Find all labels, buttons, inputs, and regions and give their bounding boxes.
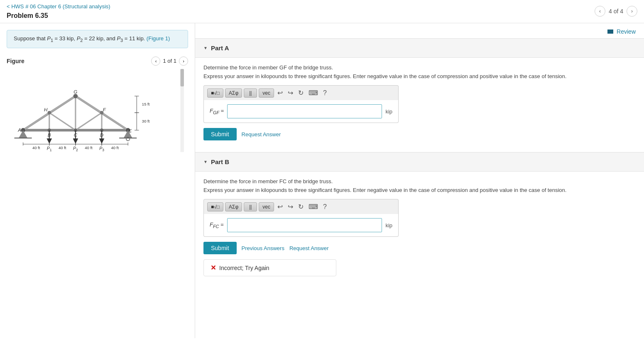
- part-b-vec-btn[interactable]: vec: [259, 202, 274, 211]
- part-b-description: Determine the force in member FC of the …: [203, 178, 636, 184]
- part-b-keyboard-btn[interactable]: ⌨: [307, 202, 320, 211]
- part-b-content: Determine the force in member FC of the …: [195, 172, 644, 285]
- part-b-sqrt-btn[interactable]: ■√□: [207, 202, 223, 211]
- part-b-answer-input[interactable]: [227, 218, 382, 232]
- review-label: Review: [617, 28, 636, 35]
- incorrect-text: Incorrect; Try Again: [219, 265, 269, 271]
- part-b-previous-answers-link[interactable]: Previous Answers: [242, 245, 284, 251]
- part-b-section: ▼ Part B Determine the force in member F…: [195, 152, 644, 285]
- figure-section: Figure ‹ 1 of 1 ›: [7, 57, 188, 160]
- incorrect-message-box: ✕ Incorrect; Try Again: [203, 259, 336, 276]
- part-a-header[interactable]: ▼ Part A: [195, 39, 644, 58]
- svg-text:P2: P2: [73, 145, 78, 152]
- figure-prev-btn[interactable]: ‹: [151, 57, 160, 66]
- page-navigation: ‹ 4 of 4 ›: [595, 6, 637, 17]
- part-b-request-answer-link[interactable]: Request Answer: [289, 245, 329, 251]
- svg-text:P3: P3: [99, 145, 104, 152]
- svg-text:40 ft: 40 ft: [59, 145, 66, 150]
- part-b-label: Part B: [211, 158, 229, 165]
- svg-text:40 ft: 40 ft: [111, 145, 119, 150]
- part-a-input-label: FGF =: [210, 108, 224, 115]
- page-count: 4 of 4: [609, 8, 623, 15]
- svg-line-15: [76, 113, 102, 130]
- part-b-instruction: Express your answer in kilopounds to thr…: [203, 187, 636, 193]
- figure-title: Figure: [7, 58, 24, 64]
- part-a-input-row: FGF = kip: [203, 100, 399, 123]
- part-b-collapse-icon: ▼: [203, 160, 208, 164]
- part-a-sqrt-btn[interactable]: ■√□: [207, 88, 223, 98]
- part-a-refresh-btn[interactable]: ↻: [296, 88, 305, 98]
- part-b-input-row: FFC = kip: [203, 214, 399, 237]
- main-layout: Suppose that P1 = 33 kip, P2 = 22 kip, a…: [0, 23, 644, 338]
- svg-line-10: [76, 96, 102, 113]
- review-section: Review: [195, 23, 644, 38]
- part-a-help-btn[interactable]: ?: [321, 88, 328, 98]
- part-a-request-answer-link[interactable]: Request Answer: [242, 131, 281, 138]
- svg-text:40 ft: 40 ft: [85, 145, 93, 150]
- part-a-collapse-icon: ▼: [203, 46, 208, 50]
- svg-text:P1: P1: [47, 145, 52, 152]
- part-b-undo-btn[interactable]: ↩: [276, 202, 284, 211]
- figure-canvas: G H F A B C D E: [7, 69, 188, 160]
- part-a-description: Determine the force in member GF of the …: [203, 64, 636, 71]
- part-b-unit: kip: [385, 222, 392, 229]
- figure-count: 1 of 1: [163, 58, 176, 64]
- part-a-instruction: Express your answer in kilopounds to thr…: [203, 73, 636, 79]
- figure-link[interactable]: (Figure 1): [147, 35, 170, 42]
- right-panel: Review ▼ Part A Determine the force in m…: [195, 23, 644, 338]
- part-a-sigma-btn[interactable]: AΣφ: [225, 88, 242, 98]
- svg-text:15 ft: 15 ft: [142, 102, 150, 106]
- part-a-label: Part A: [211, 44, 229, 52]
- svg-text:A: A: [17, 127, 21, 132]
- part-a-toolbar: ■√□ AΣφ || vec ↩ ↪ ↻ ⌨ ?: [203, 85, 399, 100]
- svg-rect-1: [181, 69, 184, 86]
- part-a-answer-input[interactable]: [227, 104, 382, 118]
- svg-line-9: [49, 96, 76, 113]
- part-a-keyboard-btn[interactable]: ⌨: [307, 88, 320, 98]
- review-icon: [607, 29, 613, 34]
- part-a-redo-btn[interactable]: ↪: [286, 88, 295, 98]
- breadcrumb[interactable]: < HWS # 06 Chapter 6 (Structural analysi…: [7, 3, 637, 10]
- part-a-parallel-btn[interactable]: ||: [244, 88, 257, 98]
- part-a-vec-btn[interactable]: vec: [259, 88, 274, 98]
- part-a-unit: kip: [385, 108, 392, 115]
- part-b-refresh-btn[interactable]: ↻: [296, 202, 305, 211]
- part-a-undo-btn[interactable]: ↩: [276, 88, 284, 98]
- svg-line-8: [23, 113, 49, 130]
- part-b-redo-btn[interactable]: ↪: [286, 202, 295, 211]
- left-panel: Suppose that P1 = 33 kip, P2 = 22 kip, a…: [0, 23, 195, 338]
- svg-text:40 ft: 40 ft: [32, 145, 40, 150]
- prev-page-button[interactable]: ‹: [595, 6, 605, 17]
- truss-figure: G H F A B C D E: [7, 69, 188, 152]
- svg-point-17: [73, 94, 78, 98]
- part-b-toolbar: ■√□ AΣφ || vec ↩ ↪ ↻ ⌨ ?: [203, 199, 399, 214]
- figure-next-btn[interactable]: ›: [179, 57, 188, 66]
- figure-header: Figure ‹ 1 of 1 ›: [7, 57, 188, 66]
- part-b-actions: Submit Previous Answers Request Answer: [203, 242, 636, 254]
- part-a-section: ▼ Part A Determine the force in member G…: [195, 38, 644, 149]
- svg-text:H: H: [44, 107, 48, 112]
- svg-text:F: F: [103, 107, 106, 112]
- svg-text:G: G: [73, 89, 77, 94]
- svg-line-13: [49, 113, 76, 130]
- incorrect-icon: ✕: [211, 264, 216, 272]
- svg-line-11: [102, 113, 128, 130]
- part-b-input-label: FFC =: [210, 221, 224, 229]
- svg-text:30 ft: 30 ft: [142, 119, 150, 123]
- part-b-help-btn[interactable]: ?: [321, 202, 328, 211]
- part-a-actions: Submit Request Answer: [203, 128, 636, 140]
- problem-text: Suppose that P1 = 33 kip, P2 = 22 kip, a…: [14, 35, 145, 42]
- problem-title: Problem 6.35: [7, 12, 637, 20]
- part-b-parallel-btn[interactable]: ||: [244, 202, 257, 211]
- part-b-submit-btn[interactable]: Submit: [203, 242, 237, 254]
- figure-nav: ‹ 1 of 1 ›: [151, 57, 188, 66]
- part-b-header[interactable]: ▼ Part B: [195, 152, 644, 172]
- part-b-sigma-btn[interactable]: AΣφ: [225, 202, 242, 211]
- top-bar: < HWS # 06 Chapter 6 (Structural analysi…: [0, 0, 644, 23]
- next-page-button[interactable]: ›: [627, 6, 637, 17]
- part-a-submit-btn[interactable]: Submit: [203, 128, 237, 140]
- review-link[interactable]: Review: [607, 28, 636, 35]
- part-a-input-area: ■√□ AΣφ || vec ↩ ↪ ↻ ⌨ ? FGF =: [203, 85, 399, 123]
- svg-point-18: [48, 111, 51, 114]
- part-a-content: Determine the force in member GF of the …: [195, 58, 644, 149]
